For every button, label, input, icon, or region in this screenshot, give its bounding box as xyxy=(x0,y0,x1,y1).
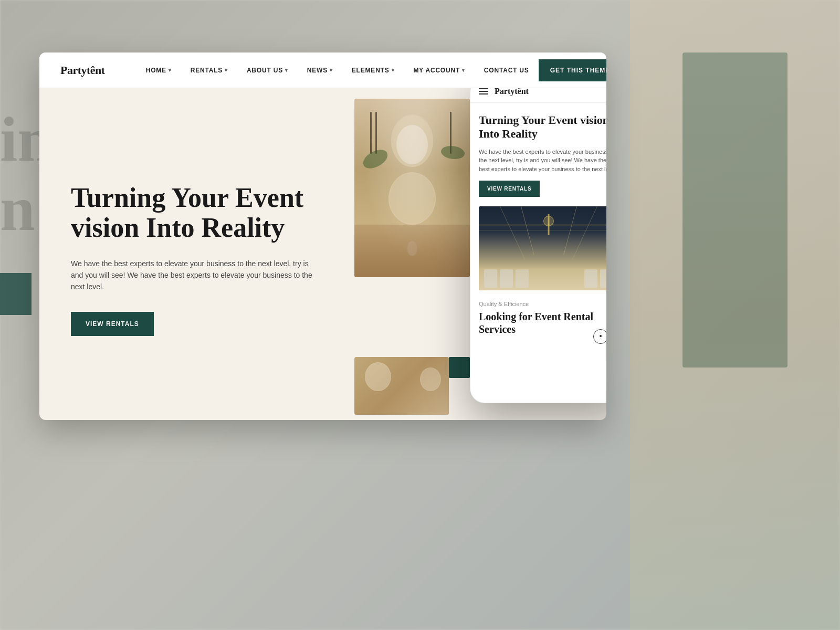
chevron-down-icon: ▾ xyxy=(462,68,465,73)
nav-item-rentals[interactable]: RENTALS ▾ xyxy=(181,67,237,74)
mobile-view-rentals-button[interactable]: VIEW RENTALS xyxy=(479,181,540,197)
hero-images: Partytênt Turning Your Event vision Into… xyxy=(344,88,606,420)
mobile-section-label: Quality & Efficience xyxy=(479,301,606,307)
mobile-hero-description: We have the best experts to elevate your… xyxy=(479,148,606,174)
mobile-hero-title: Turning Your Event vision Into Reality xyxy=(479,113,606,141)
hero-description: We have the best experts to elevate your… xyxy=(71,258,312,293)
mobile-scroll-dot[interactable] xyxy=(593,329,606,344)
hero-content: Turning Your Event vision Into Reality W… xyxy=(39,88,344,420)
hero-bottom-image xyxy=(354,357,449,415)
view-rentals-button[interactable]: VIEW RENTALS xyxy=(71,312,154,336)
mobile-section-title: Looking for Event Rental Services xyxy=(479,310,606,335)
desktop-logo: Partytênt xyxy=(60,64,105,77)
desktop-window: Partytênt HOME ▾ RENTALS ▾ ABOUT US ▾ NE… xyxy=(39,52,606,420)
nav-links: HOME ▾ RENTALS ▾ ABOUT US ▾ NEWS ▾ ELEME… xyxy=(136,67,539,74)
navbar: Partytênt HOME ▾ RENTALS ▾ ABOUT US ▾ NE… xyxy=(39,52,606,88)
chevron-down-icon: ▾ xyxy=(169,68,172,73)
nav-item-about[interactable]: ABOUT US ▾ xyxy=(237,67,298,74)
hero-table-image xyxy=(354,99,470,277)
nav-item-account[interactable]: MY ACCOUNT ▾ xyxy=(404,67,474,74)
nav-item-contact[interactable]: CONTACT US xyxy=(475,67,539,74)
chevron-down-icon: ▾ xyxy=(392,68,395,73)
nav-item-news[interactable]: NEWS ▾ xyxy=(298,67,342,74)
mobile-content: Turning Your Event vision Into Reality W… xyxy=(470,103,606,365)
mobile-section: Quality & Efficience Looking for Event R… xyxy=(479,301,606,335)
mobile-mockup: Partytênt Turning Your Event vision Into… xyxy=(470,78,606,403)
chevron-down-icon: ▾ xyxy=(285,68,288,73)
hero-section: Turning Your Event vision Into Reality W… xyxy=(39,88,606,420)
nav-item-elements[interactable]: ELEMENTS ▾ xyxy=(342,67,404,74)
get-theme-button[interactable]: GET THIS THEME! xyxy=(539,59,606,81)
mobile-tent-image xyxy=(479,206,606,290)
bg-right-image xyxy=(630,0,840,630)
chevron-down-icon: ▾ xyxy=(330,68,333,73)
teal-accent-block xyxy=(449,357,470,378)
bg-teal-accent xyxy=(0,273,32,315)
hamburger-menu[interactable] xyxy=(479,88,488,94)
nav-item-home[interactable]: HOME ▾ xyxy=(136,67,181,74)
chevron-down-icon: ▾ xyxy=(225,68,228,73)
hero-title: Turning Your Event vision Into Reality xyxy=(71,183,312,243)
